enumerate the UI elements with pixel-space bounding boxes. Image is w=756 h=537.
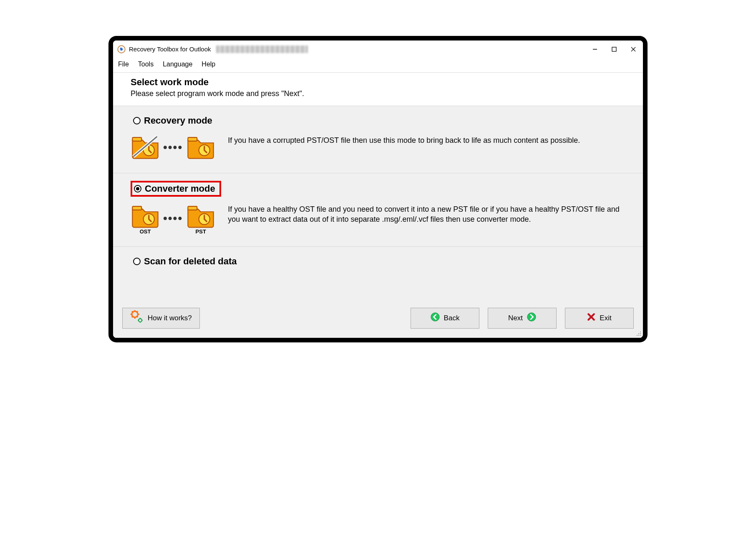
arrow-dots-icon: •••• [163,212,183,225]
close-button[interactable] [624,41,643,58]
svg-point-25 [139,319,142,322]
mode-recovery-label: Recovery mode [144,115,212,126]
next-button[interactable]: Next [488,308,557,329]
gears-icon [130,310,144,326]
mode-converter-body: OST •••• PST If you have a healthy OST f… [131,203,630,235]
mode-scan-label: Scan for deleted data [144,256,237,267]
mode-converter: Converter mode OST •••• [113,173,643,247]
window-controls [585,41,643,58]
mode-converter-illustration: OST •••• PST [131,203,215,235]
ost-caption: OST [131,228,160,235]
pst-caption: PST [186,228,215,235]
maximize-button[interactable] [605,41,624,58]
svg-rect-32 [640,332,641,332]
mode-recovery-body: •••• If you have a corrupted PST/OST fil… [131,134,630,161]
pst-folder-icon: PST [186,203,215,235]
svg-line-22 [137,316,138,317]
titlebar: Recovery Toolbox for Outlook [113,41,643,58]
svg-rect-37 [640,335,641,336]
page-title: Select work mode [131,77,625,88]
radio-unchecked-icon [133,258,141,265]
svg-rect-10 [188,137,197,141]
arrow-dots-icon: •••• [163,141,183,154]
svg-point-31 [527,313,536,321]
how-it-works-label: How it works? [148,314,192,322]
next-label: Next [508,314,523,322]
page-subtitle: Please select program work mode and pres… [131,89,625,98]
svg-rect-33 [638,333,639,334]
arrow-left-icon [431,312,440,324]
back-button[interactable]: Back [411,308,479,329]
app-title-obscured [216,46,308,53]
mode-recovery-illustration: •••• [131,134,215,161]
mode-scan-radio-row[interactable]: Scan for deleted data [131,254,630,268]
menu-help[interactable]: Help [202,61,215,68]
how-it-works-button[interactable]: How it works? [122,308,200,329]
menu-file[interactable]: File [118,61,129,68]
mode-recovery: Recovery mode •••• [113,106,643,173]
titlebar-left: Recovery Toolbox for Outlook [117,45,308,53]
mode-converter-radio-row[interactable]: Converter mode [131,181,221,197]
svg-rect-3 [612,47,616,51]
svg-line-21 [132,311,133,312]
page-header: Select work mode Please select program w… [113,73,643,106]
modes-container: Recovery mode •••• [113,106,643,302]
healthy-folder-icon [186,134,215,161]
broken-folder-icon [131,134,160,161]
footer-right: Back Next Exit [411,308,634,329]
arrow-right-icon [527,312,536,324]
mode-converter-desc: If you have a healthy OST file and you n… [228,203,630,225]
exit-button[interactable]: Exit [565,308,634,329]
back-label: Back [444,314,460,322]
resize-grip[interactable] [636,331,642,337]
app-icon [117,45,126,53]
svg-rect-36 [638,335,639,336]
svg-rect-12 [132,206,141,210]
exit-label: Exit [600,314,611,322]
mode-scan: Scan for deleted data [113,247,643,302]
app-window: Recovery Toolbox for Outlook File Tools … [109,36,647,342]
svg-point-30 [431,313,439,321]
svg-rect-34 [640,333,641,334]
svg-line-23 [132,316,133,317]
svg-rect-14 [188,206,197,210]
menu-language[interactable]: Language [163,61,192,68]
menubar: File Tools Language Help [113,58,643,73]
svg-rect-6 [132,137,141,141]
menu-tools[interactable]: Tools [138,61,154,68]
minimize-button[interactable] [585,41,605,58]
app-title: Recovery Toolbox for Outlook [129,46,211,53]
mode-converter-label: Converter mode [145,183,215,194]
ost-folder-icon: OST [131,203,160,235]
radio-unchecked-icon [133,117,141,124]
mode-recovery-desc: If you have a corrupted PST/OST file the… [228,134,630,145]
radio-checked-icon [134,185,141,193]
mode-recovery-radio-row[interactable]: Recovery mode [131,114,630,128]
close-x-icon [587,313,595,323]
footer: How it works? Back Next [113,302,643,338]
svg-line-24 [137,311,138,312]
svg-rect-35 [637,335,638,336]
